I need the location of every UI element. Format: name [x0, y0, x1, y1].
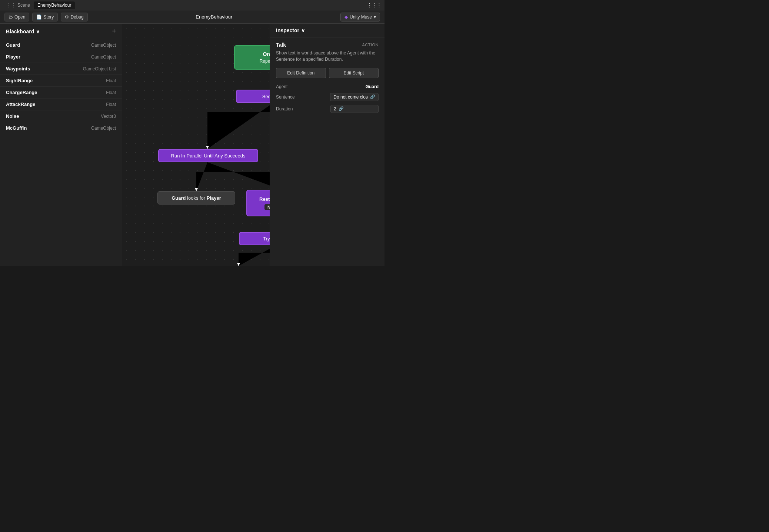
- blackboard-panel: Blackboard ∨ + GuardGameObjectPlayerGame…: [0, 24, 122, 266]
- folder-icon: 🗁: [9, 14, 13, 20]
- svg-marker-2: [206, 146, 209, 149]
- main-content: Blackboard ∨ + GuardGameObjectPlayerGame…: [0, 24, 384, 266]
- tab-scene[interactable]: ⋮⋮ Scene: [3, 1, 34, 9]
- inspector-field-sentence: Sentence Do not come clos 🔗: [276, 93, 379, 101]
- story-icon: 📄: [36, 14, 42, 20]
- edit-definition-button[interactable]: Edit Definition: [276, 68, 326, 78]
- toolbar: 🗁 Open 📄 Story ⚙ Debug EnemyBehaviour ◆ …: [0, 10, 384, 24]
- top-bar: ⋮⋮ Scene EnemyBehaviour ⋮⋮⋮: [0, 0, 384, 10]
- blackboard-title: Blackboard ∨: [6, 29, 40, 34]
- duration-link-icon[interactable]: 🔗: [339, 106, 344, 111]
- on-start-node[interactable]: On Start Repeat: [234, 45, 270, 70]
- duration-input[interactable]: 2 🔗: [330, 105, 379, 113]
- inspector-chevron-icon[interactable]: ∨: [301, 27, 305, 33]
- blackboard-row[interactable]: PlayerGameObject: [0, 51, 122, 63]
- blackboard-header: Blackboard ∨ +: [0, 24, 122, 39]
- scene-icon: ⋮⋮: [7, 3, 16, 8]
- blackboard-row[interactable]: GuardGameObject: [0, 39, 122, 51]
- inspector-field-agent: Agent Guard: [276, 84, 379, 89]
- sentence-link-icon[interactable]: 🔗: [370, 94, 375, 99]
- blackboard-row[interactable]: SightRangeFloat: [0, 75, 122, 87]
- blackboard-rows: GuardGameObjectPlayerGameObjectWaypoints…: [0, 39, 122, 134]
- canvas-area[interactable]: On Start Repeat Sequence Run In Parallel…: [122, 24, 270, 266]
- muse-icon: ◆: [344, 14, 348, 20]
- unity-muse-button[interactable]: ◆ Unity Muse ▾: [340, 13, 380, 21]
- blackboard-row[interactable]: NoiseVector3: [0, 110, 122, 122]
- sentence-input[interactable]: Do not come clos 🔗: [330, 93, 379, 101]
- inspector-buttons: Edit Definition Edit Script: [276, 68, 379, 78]
- edit-script-button[interactable]: Edit Script: [329, 68, 379, 78]
- blackboard-row[interactable]: AttackRangeFloat: [0, 99, 122, 110]
- inspector-field-duration: Duration 2 🔗: [276, 105, 379, 113]
- blackboard-row[interactable]: WaypointsGameObject List: [0, 63, 122, 75]
- blackboard-row[interactable]: McGuffinGameObject: [0, 122, 122, 134]
- restart-node[interactable]: Restart If Any Are True Noise has change…: [246, 190, 270, 216]
- blackboard-add-button[interactable]: +: [112, 27, 116, 35]
- open-button[interactable]: 🗁 Open: [4, 13, 29, 21]
- chevron-down-icon: ▾: [374, 14, 376, 20]
- tab-enemy-behaviour[interactable]: EnemyBehaviour: [34, 1, 75, 9]
- inspector-action-label: Talk ACTION: [276, 42, 379, 48]
- debug-button[interactable]: ⚙ Debug: [61, 13, 87, 21]
- debug-icon: ⚙: [65, 14, 69, 20]
- blackboard-row[interactable]: ChargeRangeFloat: [0, 87, 122, 99]
- blackboard-chevron-icon[interactable]: ∨: [36, 29, 40, 34]
- svg-marker-4: [195, 188, 198, 191]
- inspector-content: Talk ACTION Show text in world-space abo…: [270, 37, 384, 121]
- svg-marker-8: [237, 263, 240, 266]
- more-menu-btn[interactable]: ⋮⋮⋮: [367, 2, 382, 8]
- inspector-header: Inspector ∨: [270, 24, 384, 37]
- guard-looks-node[interactable]: Guard looks for Player: [157, 191, 235, 205]
- parallel-node[interactable]: Run In Parallel Until Any Succeeds: [158, 149, 258, 162]
- try-order-node[interactable]: Try In Order: [239, 232, 270, 245]
- inspector-panel: Inspector ∨ Talk ACTION Show text in wor…: [270, 24, 384, 266]
- story-button[interactable]: 📄 Story: [32, 13, 58, 21]
- inspector-title: Inspector ∨: [276, 27, 305, 33]
- sequence-node[interactable]: Sequence: [236, 90, 270, 103]
- toolbar-title: EnemyBehaviour: [91, 14, 337, 20]
